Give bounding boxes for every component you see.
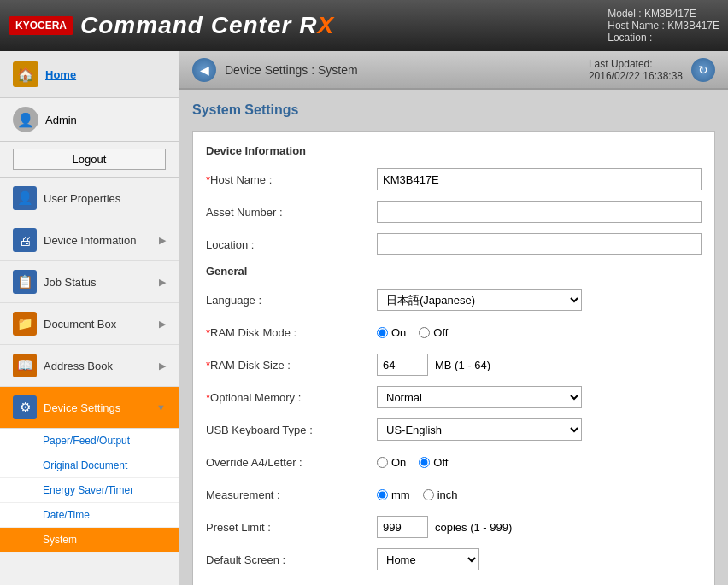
asset-number-control	[377, 201, 702, 223]
measurement-control: mm inch	[377, 488, 702, 501]
sidebar-item-device-information-label: Device Information	[44, 234, 152, 247]
refresh-button[interactable]: ↻	[691, 58, 715, 82]
submenu-energy-saver-timer[interactable]: Energy Saver/Timer	[0, 478, 179, 503]
usb-keyboard-select[interactable]: US-English UK-English Japanese	[377, 418, 582, 441]
system-settings-title: System Settings	[192, 102, 715, 122]
optional-memory-label: *Optional Memory :	[206, 391, 377, 404]
optional-memory-select[interactable]: Normal Priority to Copy Priority to Prin…	[377, 386, 582, 408]
override-a4-on-label[interactable]: On	[377, 456, 406, 469]
topbar-right: Last Updated: 2016/02/22 16:38:38 ↻	[589, 58, 715, 82]
ram-disk-on-text: On	[391, 326, 406, 339]
host-name-row: *Host Name :	[206, 167, 702, 191]
document-box-icon: 📁	[13, 312, 37, 336]
override-a4-off-text: Off	[433, 456, 448, 469]
ram-disk-mode-row: *RAM Disk Mode : On Off	[206, 320, 702, 344]
last-updated: Last Updated: 2016/02/22 16:38:38	[589, 58, 683, 82]
sidebar-item-user-properties-label: User Properties	[44, 192, 166, 205]
home-link[interactable]: Home	[45, 68, 76, 81]
host-name-input[interactable]	[377, 168, 702, 190]
host-name-control	[377, 168, 702, 190]
submenu-paper-feed-output[interactable]: Paper/Feed/Output	[0, 429, 179, 453]
sidebar-item-job-status-label: Job Status	[44, 276, 152, 289]
address-book-icon: 📖	[13, 354, 37, 377]
sidebar-item-address-book-label: Address Book	[44, 360, 152, 372]
header-logo: KYOCERA Command Center RX	[9, 12, 334, 39]
device-information-section-title: Device Information	[206, 144, 702, 157]
submenu-system[interactable]: System	[0, 528, 179, 553]
usb-keyboard-row: USB Keyboard Type : US-English UK-Englis…	[206, 418, 702, 442]
chevron-right-icon-3: ▶	[159, 319, 166, 330]
default-screen-control: Home Copy Fax Send	[377, 548, 702, 570]
job-status-icon: 📋	[13, 270, 37, 294]
back-button[interactable]: ◀	[192, 58, 216, 82]
override-a4-label: Override A4/Letter :	[206, 456, 377, 469]
preset-limit-control: copies (1 - 999)	[377, 516, 702, 538]
sidebar-item-document-box-label: Document Box	[44, 318, 152, 331]
language-control: 日本語(Japanese) English	[377, 289, 702, 311]
sidebar: 🏠 Home 👤 Admin Logout 👤 User Properties …	[0, 51, 179, 585]
sidebar-item-document-box[interactable]: 📁 Document Box ▶	[0, 303, 179, 345]
ram-disk-off-label[interactable]: Off	[419, 326, 448, 339]
optional-memory-control: Normal Priority to Copy Priority to Prin…	[377, 386, 702, 408]
submenu-original-document[interactable]: Original Document	[0, 453, 179, 478]
kyocera-logo: KYOCERA	[9, 16, 73, 35]
ram-disk-on-radio[interactable]	[377, 327, 388, 338]
language-select[interactable]: 日本語(Japanese) English	[377, 289, 582, 311]
measurement-inch-radio[interactable]	[423, 489, 434, 500]
last-updated-value: 2016/02/22 16:38:38	[589, 70, 683, 82]
location-label: Location :	[608, 32, 652, 44]
default-screen-select[interactable]: Home Copy Fax Send	[377, 548, 479, 570]
general-section-title: General	[206, 265, 702, 278]
device-settings-icon: ⚙	[13, 395, 37, 419]
asset-number-label: Asset Number :	[206, 206, 377, 219]
app-title: Command Center RX	[80, 12, 334, 39]
model-info: Model : KM3B417E	[608, 8, 719, 20]
ram-disk-size-control: MB (1 - 64)	[377, 354, 702, 376]
layout: 🏠 Home 👤 Admin Logout 👤 User Properties …	[0, 51, 728, 585]
topbar-left: ◀ Device Settings : System	[192, 58, 358, 82]
ram-disk-on-label[interactable]: On	[377, 326, 406, 339]
usb-keyboard-control: US-English UK-English Japanese	[377, 418, 702, 441]
user-avatar: 👤	[13, 107, 38, 132]
asset-number-input[interactable]	[377, 201, 702, 223]
override-a4-off-label[interactable]: Off	[419, 456, 448, 469]
sidebar-item-job-status[interactable]: 📋 Job Status ▶	[0, 261, 179, 303]
user-properties-icon: 👤	[13, 186, 37, 210]
ram-disk-size-input[interactable]	[377, 354, 428, 376]
sidebar-item-device-information[interactable]: 🖨 Device Information ▶	[0, 219, 179, 261]
sidebar-item-home[interactable]: 🏠 Home	[0, 51, 179, 98]
ram-disk-mode-control: On Off	[377, 326, 702, 339]
asset-number-row: Asset Number :	[206, 200, 702, 224]
measurement-mm-radio[interactable]	[377, 489, 388, 500]
sidebar-item-device-settings[interactable]: ⚙ Device Settings ▼	[0, 387, 179, 429]
sidebar-item-device-settings-label: Device Settings	[44, 401, 150, 414]
ram-disk-off-radio[interactable]	[419, 327, 430, 338]
sidebar-item-user-properties[interactable]: 👤 User Properties	[0, 178, 179, 219]
override-a4-off-radio[interactable]	[419, 457, 430, 468]
language-label: Language :	[206, 294, 377, 307]
ram-disk-size-label: *RAM Disk Size :	[206, 359, 377, 371]
model-label: Model :	[608, 8, 641, 20]
location-input[interactable]	[377, 233, 702, 255]
measurement-inch-label[interactable]: inch	[423, 488, 458, 501]
override-a4-on-radio[interactable]	[377, 457, 388, 468]
header-info: Model : KM3B417E Host Name : KM3B417E Lo…	[608, 8, 719, 44]
preset-limit-range-text: copies (1 - 999)	[435, 521, 512, 534]
host-name-required-marker: *	[206, 173, 210, 186]
logout-button-wrap: Logout	[0, 142, 179, 178]
sidebar-item-address-book[interactable]: 📖 Address Book ▶	[0, 345, 179, 387]
location-info: Location :	[608, 32, 719, 44]
last-updated-label: Last Updated:	[589, 58, 683, 70]
device-information-icon: 🖨	[13, 228, 37, 252]
submenu-date-time[interactable]: Date/Time	[0, 503, 179, 528]
device-settings-submenu: Paper/Feed/Output Original Document Ener…	[0, 429, 179, 553]
ram-disk-size-required-marker: *	[206, 359, 210, 371]
preset-limit-label: Preset Limit :	[206, 521, 377, 534]
preset-limit-input[interactable]	[377, 516, 428, 538]
measurement-mm-label[interactable]: mm	[377, 488, 410, 501]
hostname-info: Host Name : KM3B417E	[608, 20, 719, 32]
home-icon: 🏠	[13, 61, 38, 87]
location-label: Location :	[206, 238, 377, 251]
default-screen-row: Default Screen : Home Copy Fax Send	[206, 547, 702, 571]
logout-button[interactable]: Logout	[13, 149, 166, 170]
